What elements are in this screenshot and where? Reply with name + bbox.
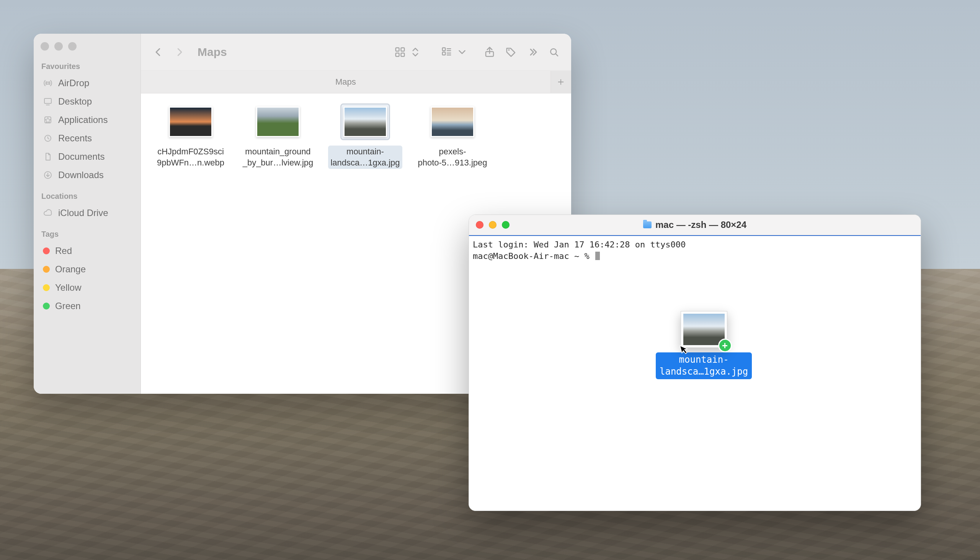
forward-button[interactable] — [173, 46, 186, 58]
svg-rect-12 — [442, 52, 445, 55]
sidebar-item-cloud[interactable]: iCloud Drive — [41, 204, 134, 222]
sidebar-tag-orange[interactable]: Orange — [41, 260, 134, 278]
file-thumbnail — [253, 103, 303, 140]
minimize-dot-inactive[interactable] — [54, 42, 63, 50]
airdrop-icon — [43, 78, 53, 88]
sidebar-section-locations: Locations — [42, 192, 134, 201]
doc-icon — [43, 152, 53, 162]
sidebar-item-label: Recents — [58, 133, 92, 143]
svg-point-0 — [47, 82, 49, 84]
cloud-icon — [43, 208, 53, 218]
path-tab[interactable]: Maps — [141, 71, 550, 93]
svg-rect-8 — [401, 48, 405, 51]
terminal-titlebar[interactable]: mac — -zsh — 80×24 — [469, 215, 921, 235]
file-item[interactable]: pexels-photo-5…913.jpeg — [411, 102, 494, 169]
group-icon[interactable] — [440, 46, 453, 58]
sidebar-section-tags: Tags — [42, 230, 134, 238]
share-icon[interactable] — [483, 46, 496, 58]
chevron-down-icon[interactable] — [455, 46, 468, 58]
sidebar-item-recents[interactable]: Recents — [41, 129, 134, 147]
svg-rect-10 — [401, 53, 405, 57]
add-tab-button[interactable] — [550, 71, 571, 93]
terminal-cursor — [595, 252, 600, 260]
sidebar-item-doc[interactable]: Documents — [41, 147, 134, 166]
sidebar-item-label: iCloud Drive — [58, 208, 108, 218]
sidebar-section-favourites: Favourites — [42, 62, 134, 71]
sidebar-item-label: Documents — [58, 151, 105, 162]
zoom-dot-inactive[interactable] — [68, 42, 76, 50]
tag-dot-icon — [43, 266, 50, 273]
sidebar-item-label: Downloads — [58, 170, 104, 180]
apps-icon — [43, 115, 53, 125]
file-name-label: mountain-landsca…1gxa.jpg — [328, 145, 402, 169]
terminal-line-login: Last login: Wed Jan 17 16:42:28 on ttys0… — [473, 239, 917, 250]
copy-plus-badge: + — [719, 340, 731, 351]
close-dot-inactive[interactable] — [41, 42, 49, 50]
sidebar-item-airdrop[interactable]: AirDrop — [41, 74, 134, 92]
back-button[interactable] — [151, 46, 164, 58]
tag-icon[interactable] — [505, 46, 518, 58]
file-thumbnail — [341, 103, 390, 140]
sidebar-tag-red[interactable]: Red — [41, 242, 134, 260]
sidebar-tag-yellow[interactable]: Yellow — [41, 278, 134, 297]
downloads-icon — [43, 170, 53, 180]
svg-point-18 — [508, 49, 510, 51]
sidebar-item-label: Orange — [55, 264, 86, 275]
search-icon[interactable] — [547, 46, 560, 58]
svg-rect-7 — [396, 48, 399, 51]
file-name-label: cHJpdmF0ZS9sci9pbWFn…n.webp — [154, 145, 227, 169]
file-name-label: mountain_ground_by_bur…lview.jpg — [241, 145, 316, 169]
sidebar-tag-green[interactable]: Green — [41, 297, 134, 315]
sidebar-item-label: Applications — [58, 115, 108, 125]
terminal-title-text: mac — -zsh — 80×24 — [655, 220, 746, 230]
tag-dot-icon — [43, 303, 50, 310]
terminal-prompt-line: mac@MacBook-Air-mac ~ % — [473, 250, 917, 262]
file-thumbnail — [166, 103, 216, 140]
finder-traffic-lights — [41, 42, 134, 50]
svg-rect-1 — [45, 98, 51, 103]
tag-dot-icon — [43, 284, 50, 291]
file-item[interactable]: cHJpdmF0ZS9sci9pbWFn…n.webp — [149, 102, 232, 169]
terminal-window[interactable]: mac — -zsh — 80×24 Last login: Wed Jan 1… — [468, 215, 921, 511]
sidebar-item-apps[interactable]: Applications — [41, 111, 134, 129]
drag-file-label: mountain-landsca…1gxa.jpg — [656, 352, 752, 379]
finder-path-bar: Maps — [141, 71, 571, 93]
drag-thumbnail: + — [681, 311, 728, 348]
finder-title: Maps — [198, 46, 227, 58]
svg-line-20 — [555, 53, 558, 56]
terminal-title: mac — -zsh — 80×24 — [469, 220, 921, 230]
finder-sidebar: Favourites AirDropDesktopApplicationsRec… — [34, 34, 141, 394]
finder-toolbar: Maps — [141, 34, 571, 71]
sidebar-item-label: Red — [55, 245, 72, 256]
updown-icon[interactable] — [409, 46, 422, 58]
svg-rect-11 — [442, 48, 445, 51]
tag-dot-icon — [43, 247, 50, 254]
sidebar-item-desktop[interactable]: Desktop — [41, 92, 134, 111]
file-name-label: pexels-photo-5…913.jpeg — [415, 145, 489, 169]
desktop: Favourites AirDropDesktopApplicationsRec… — [0, 0, 980, 560]
file-item[interactable]: mountain-landsca…1gxa.jpg — [324, 102, 407, 169]
folder-icon — [643, 222, 651, 228]
file-thumbnail — [428, 103, 477, 140]
terminal-body[interactable]: Last login: Wed Jan 17 16:42:28 on ttys0… — [469, 235, 921, 511]
view-grid-icon[interactable] — [394, 46, 407, 58]
svg-rect-9 — [396, 53, 399, 57]
recents-icon — [43, 133, 53, 143]
sidebar-item-label: Desktop — [58, 96, 92, 107]
desktop-icon — [43, 97, 53, 107]
sidebar-item-label: Yellow — [55, 282, 81, 293]
sidebar-item-label: Green — [55, 301, 81, 312]
more-icon[interactable] — [526, 46, 539, 58]
file-item[interactable]: mountain_ground_by_bur…lview.jpg — [237, 102, 319, 169]
drag-preview: + mountain-landsca…1gxa.jpg — [656, 311, 752, 379]
sidebar-item-label: AirDrop — [58, 78, 89, 88]
sidebar-item-downloads[interactable]: Downloads — [41, 166, 134, 184]
terminal-prompt: mac@MacBook-Air-mac ~ % — [473, 251, 595, 261]
